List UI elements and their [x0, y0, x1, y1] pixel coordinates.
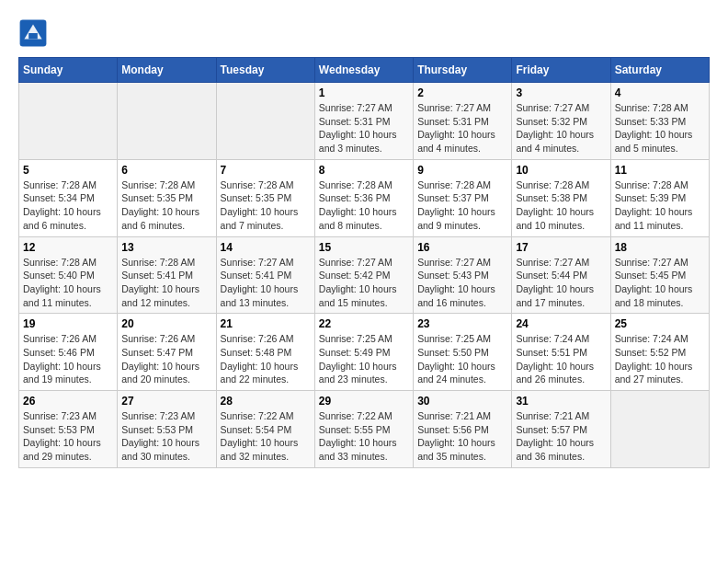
calendar-week-2: 5Sunrise: 7:28 AM Sunset: 5:34 PM Daylig…: [19, 159, 710, 236]
calendar-cell: [118, 83, 216, 160]
calendar-cell: 30Sunrise: 7:21 AM Sunset: 5:56 PM Dayli…: [414, 391, 512, 468]
day-number: 27: [121, 395, 211, 408]
calendar-cell: 22Sunrise: 7:25 AM Sunset: 5:49 PM Dayli…: [314, 314, 413, 391]
day-info: Sunrise: 7:21 AM Sunset: 5:56 PM Dayligh…: [417, 409, 507, 464]
calendar-cell: 7Sunrise: 7:28 AM Sunset: 5:35 PM Daylig…: [216, 159, 314, 236]
logo: [18, 18, 51, 48]
calendar-cell: 1Sunrise: 7:27 AM Sunset: 5:31 PM Daylig…: [314, 83, 413, 160]
calendar-week-3: 12Sunrise: 7:28 AM Sunset: 5:40 PM Dayli…: [19, 236, 710, 314]
calendar-week-4: 19Sunrise: 7:26 AM Sunset: 5:46 PM Dayli…: [19, 314, 710, 391]
svg-rect-2: [28, 33, 38, 39]
calendar-cell: 10Sunrise: 7:28 AM Sunset: 5:38 PM Dayli…: [512, 159, 610, 236]
day-number: 17: [516, 241, 606, 254]
day-number: 15: [319, 241, 409, 254]
day-number: 2: [417, 86, 507, 99]
day-info: Sunrise: 7:21 AM Sunset: 5:57 PM Dayligh…: [516, 409, 606, 464]
day-number: 3: [516, 86, 606, 99]
day-number: 19: [23, 317, 113, 330]
day-info: Sunrise: 7:26 AM Sunset: 5:47 PM Dayligh…: [121, 332, 211, 386]
day-info: Sunrise: 7:27 AM Sunset: 5:31 PM Dayligh…: [319, 101, 409, 155]
day-number: 21: [221, 317, 311, 330]
day-number: 8: [319, 164, 409, 177]
day-number: 18: [615, 241, 705, 254]
header-saturday: Saturday: [610, 58, 709, 83]
day-info: Sunrise: 7:26 AM Sunset: 5:46 PM Dayligh…: [23, 332, 113, 386]
day-number: 24: [516, 317, 606, 330]
logo-icon: [18, 18, 48, 48]
day-number: 20: [121, 317, 211, 330]
day-info: Sunrise: 7:28 AM Sunset: 5:39 PM Dayligh…: [615, 178, 705, 233]
day-info: Sunrise: 7:28 AM Sunset: 5:35 PM Dayligh…: [121, 178, 211, 233]
day-number: 11: [615, 164, 705, 177]
day-info: Sunrise: 7:26 AM Sunset: 5:48 PM Dayligh…: [221, 332, 311, 386]
day-info: Sunrise: 7:27 AM Sunset: 5:43 PM Dayligh…: [417, 256, 507, 310]
calendar-cell: 15Sunrise: 7:27 AM Sunset: 5:42 PM Dayli…: [314, 236, 413, 314]
calendar-cell: 25Sunrise: 7:24 AM Sunset: 5:52 PM Dayli…: [610, 314, 709, 391]
day-info: Sunrise: 7:27 AM Sunset: 5:44 PM Dayligh…: [516, 256, 606, 310]
calendar-cell: 11Sunrise: 7:28 AM Sunset: 5:39 PM Dayli…: [610, 159, 709, 236]
day-number: 12: [23, 241, 113, 254]
day-number: 5: [23, 164, 113, 177]
calendar-week-1: 1Sunrise: 7:27 AM Sunset: 5:31 PM Daylig…: [19, 83, 710, 160]
calendar-cell: 28Sunrise: 7:22 AM Sunset: 5:54 PM Dayli…: [216, 391, 314, 468]
day-info: Sunrise: 7:28 AM Sunset: 5:38 PM Dayligh…: [516, 178, 606, 233]
header-thursday: Thursday: [414, 58, 512, 83]
header-monday: Monday: [118, 58, 216, 83]
day-info: Sunrise: 7:28 AM Sunset: 5:36 PM Dayligh…: [319, 178, 409, 233]
calendar-cell: 24Sunrise: 7:24 AM Sunset: 5:51 PM Dayli…: [512, 314, 610, 391]
day-info: Sunrise: 7:24 AM Sunset: 5:51 PM Dayligh…: [516, 332, 606, 386]
calendar-cell: 3Sunrise: 7:27 AM Sunset: 5:32 PM Daylig…: [512, 83, 610, 160]
calendar-cell: 6Sunrise: 7:28 AM Sunset: 5:35 PM Daylig…: [118, 159, 216, 236]
calendar-cell: 31Sunrise: 7:21 AM Sunset: 5:57 PM Dayli…: [512, 391, 610, 468]
calendar-cell: 21Sunrise: 7:26 AM Sunset: 5:48 PM Dayli…: [216, 314, 314, 391]
day-info: Sunrise: 7:28 AM Sunset: 5:41 PM Dayligh…: [121, 256, 211, 310]
day-number: 10: [516, 164, 606, 177]
calendar-cell: 16Sunrise: 7:27 AM Sunset: 5:43 PM Dayli…: [414, 236, 512, 314]
day-info: Sunrise: 7:22 AM Sunset: 5:54 PM Dayligh…: [221, 409, 311, 464]
day-number: 13: [121, 241, 211, 254]
day-info: Sunrise: 7:28 AM Sunset: 5:34 PM Dayligh…: [23, 178, 113, 233]
header-wednesday: Wednesday: [314, 58, 413, 83]
calendar-cell: [610, 391, 709, 468]
day-number: 7: [221, 164, 311, 177]
day-number: 6: [121, 164, 211, 177]
day-info: Sunrise: 7:28 AM Sunset: 5:35 PM Dayligh…: [221, 178, 311, 233]
day-info: Sunrise: 7:27 AM Sunset: 5:42 PM Dayligh…: [319, 256, 409, 310]
calendar-header-row: SundayMondayTuesdayWednesdayThursdayFrid…: [19, 58, 710, 83]
calendar-cell: [216, 83, 314, 160]
day-info: Sunrise: 7:27 AM Sunset: 5:41 PM Dayligh…: [221, 256, 311, 310]
day-number: 23: [417, 317, 507, 330]
day-number: 30: [417, 395, 507, 408]
calendar-cell: 23Sunrise: 7:25 AM Sunset: 5:50 PM Dayli…: [414, 314, 512, 391]
header-tuesday: Tuesday: [216, 58, 314, 83]
calendar-cell: 17Sunrise: 7:27 AM Sunset: 5:44 PM Dayli…: [512, 236, 610, 314]
calendar-cell: 27Sunrise: 7:23 AM Sunset: 5:53 PM Dayli…: [118, 391, 216, 468]
header-sunday: Sunday: [19, 58, 118, 83]
calendar-cell: 9Sunrise: 7:28 AM Sunset: 5:37 PM Daylig…: [414, 159, 512, 236]
day-info: Sunrise: 7:24 AM Sunset: 5:52 PM Dayligh…: [615, 332, 705, 386]
day-info: Sunrise: 7:28 AM Sunset: 5:33 PM Dayligh…: [615, 101, 705, 155]
day-number: 16: [417, 241, 507, 254]
day-number: 25: [615, 317, 705, 330]
day-number: 31: [516, 395, 606, 408]
calendar-week-5: 26Sunrise: 7:23 AM Sunset: 5:53 PM Dayli…: [19, 391, 710, 468]
calendar-cell: 14Sunrise: 7:27 AM Sunset: 5:41 PM Dayli…: [216, 236, 314, 314]
day-number: 1: [319, 86, 409, 99]
day-info: Sunrise: 7:27 AM Sunset: 5:32 PM Dayligh…: [516, 101, 606, 155]
page-header: [18, 18, 710, 48]
day-number: 26: [23, 395, 113, 408]
day-info: Sunrise: 7:27 AM Sunset: 5:31 PM Dayligh…: [417, 101, 507, 155]
calendar-cell: 29Sunrise: 7:22 AM Sunset: 5:55 PM Dayli…: [314, 391, 413, 468]
calendar-cell: 20Sunrise: 7:26 AM Sunset: 5:47 PM Dayli…: [118, 314, 216, 391]
day-number: 28: [221, 395, 311, 408]
day-info: Sunrise: 7:28 AM Sunset: 5:40 PM Dayligh…: [23, 256, 113, 310]
calendar-cell: 26Sunrise: 7:23 AM Sunset: 5:53 PM Dayli…: [19, 391, 118, 468]
day-info: Sunrise: 7:27 AM Sunset: 5:45 PM Dayligh…: [615, 256, 705, 310]
day-info: Sunrise: 7:25 AM Sunset: 5:50 PM Dayligh…: [417, 332, 507, 386]
calendar-table: SundayMondayTuesdayWednesdayThursdayFrid…: [18, 57, 710, 468]
day-info: Sunrise: 7:23 AM Sunset: 5:53 PM Dayligh…: [23, 409, 113, 464]
day-info: Sunrise: 7:25 AM Sunset: 5:49 PM Dayligh…: [319, 332, 409, 386]
calendar-cell: 13Sunrise: 7:28 AM Sunset: 5:41 PM Dayli…: [118, 236, 216, 314]
day-number: 22: [319, 317, 409, 330]
day-number: 29: [319, 395, 409, 408]
